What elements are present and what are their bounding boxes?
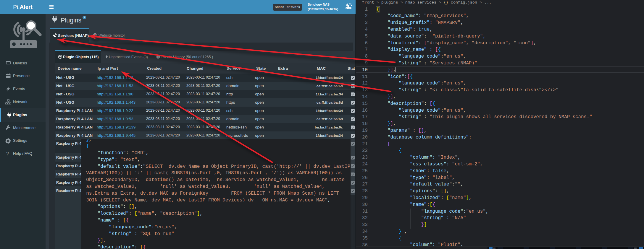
svg-text:?: ? xyxy=(6,151,9,156)
